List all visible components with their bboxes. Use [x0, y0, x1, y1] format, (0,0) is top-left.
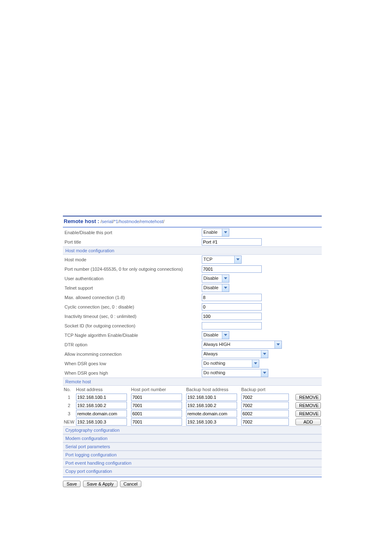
- bhost-input[interactable]: [186, 394, 237, 401]
- dsr-high-label: When DSR goes high: [65, 371, 202, 375]
- section-link-text[interactable]: Cryptography configuration: [65, 428, 120, 433]
- section-link-text[interactable]: Modem configuration: [65, 436, 108, 441]
- table-row: 2REMOVE: [63, 401, 322, 410]
- path-hostmode[interactable]: hostmode: [120, 219, 139, 224]
- host-input[interactable]: [76, 394, 127, 401]
- chevron-down-icon: [234, 256, 241, 263]
- new-row: NEW ADD: [63, 418, 322, 426]
- cyclic-input[interactable]: [202, 303, 262, 311]
- chevron-down-icon: [222, 275, 229, 282]
- path-1[interactable]: *1: [114, 219, 118, 224]
- chevron-down-icon: [274, 341, 281, 348]
- new-bhost-input[interactable]: [186, 418, 237, 426]
- max-conn-input[interactable]: [202, 294, 262, 301]
- port-input[interactable]: [131, 410, 182, 417]
- remove-button[interactable]: REMOVE: [295, 394, 321, 401]
- inactivity-input[interactable]: [202, 313, 262, 320]
- inactivity-label: Inactivity timeout (sec, 0 : unlimited): [65, 314, 202, 319]
- bport-input[interactable]: [241, 410, 289, 417]
- chevron-down-icon: [222, 284, 229, 292]
- table-row: 1REMOVE: [63, 393, 322, 401]
- th-bhost: Backup host address: [185, 386, 240, 393]
- row-no: 2: [63, 401, 75, 410]
- section-link-text[interactable]: Port logging configuration: [65, 452, 117, 457]
- bport-input[interactable]: [241, 394, 289, 401]
- section-link[interactable]: Serial port parameters: [63, 442, 322, 451]
- dsr-high-select[interactable]: Do nothing: [202, 369, 268, 377]
- bhost-input[interactable]: [186, 402, 237, 409]
- nagle-select[interactable]: Disable: [202, 331, 229, 339]
- section-link[interactable]: Modem configuration: [63, 434, 322, 442]
- breadcrumb: /serial/*1/hostmode/remotehost/: [101, 219, 164, 224]
- host-mode-label: Host mode: [65, 257, 202, 262]
- allow-incoming-label: Allow incomming connection: [65, 352, 202, 357]
- socketid-label: Socket ID (for outgoing connection): [65, 323, 202, 328]
- host-input[interactable]: [76, 402, 127, 409]
- dtr-select[interactable]: Always HIGH: [202, 341, 282, 349]
- path-serial[interactable]: serial: [102, 219, 113, 224]
- nagle-label: TCP Nagle algorithm Enable/Disable: [65, 333, 202, 338]
- section-link[interactable]: Port event handling configuration: [63, 459, 322, 467]
- chevron-down-icon: [252, 360, 259, 367]
- allow-incoming-select[interactable]: Always: [202, 350, 268, 358]
- port-title-label: Port title: [65, 240, 202, 244]
- section-link-text[interactable]: Copy port configuration: [65, 469, 112, 474]
- max-conn-label: Max. allowed connection (1-8): [65, 295, 202, 300]
- host-mode-select[interactable]: TCP: [202, 256, 242, 264]
- th-bport: Backup port: [240, 386, 291, 393]
- section-link-text[interactable]: Port event handling configuration: [65, 461, 131, 465]
- row-no: 1: [63, 393, 75, 401]
- bport-input[interactable]: [241, 402, 289, 409]
- new-label: NEW: [63, 418, 75, 426]
- remove-button[interactable]: REMOVE: [295, 410, 321, 417]
- chevron-down-icon: [261, 350, 268, 358]
- remote-host-table: No. Host address Host port number Backup…: [63, 386, 322, 426]
- chevron-down-icon: [261, 369, 268, 377]
- new-bport-input[interactable]: [241, 418, 289, 426]
- enable-port-select[interactable]: Enable: [202, 228, 229, 237]
- telnet-label: Telnet support: [65, 286, 202, 290]
- chevron-down-icon: [222, 229, 229, 236]
- port-number-input[interactable]: [202, 265, 262, 273]
- port-input[interactable]: [131, 394, 182, 401]
- enable-port-label: Enable/Disable this port: [65, 230, 202, 235]
- chevron-down-icon: [222, 332, 229, 339]
- page-title-line: Remote host : /serial/*1/hostmode/remote…: [63, 218, 322, 226]
- th-port: Host port number: [130, 386, 185, 393]
- new-host-input[interactable]: [76, 418, 127, 426]
- add-button[interactable]: ADD: [295, 419, 321, 425]
- new-port-input[interactable]: [131, 418, 182, 426]
- save-apply-button[interactable]: Save & Apply: [83, 481, 117, 487]
- dtr-label: DTR option: [65, 342, 202, 347]
- port-title-input[interactable]: [202, 238, 262, 246]
- port-number-label: Port number (1024-65535, 0 for only outg…: [65, 267, 202, 272]
- page-title: Remote host :: [64, 218, 99, 224]
- cancel-button[interactable]: Cancel: [120, 481, 141, 487]
- section-link[interactable]: Cryptography configuration: [63, 426, 322, 434]
- remove-button[interactable]: REMOVE: [295, 402, 321, 409]
- section-remote-host[interactable]: Remote host: [63, 378, 322, 386]
- section-link[interactable]: Copy port configuration: [63, 467, 322, 475]
- telnet-select[interactable]: Disable: [202, 284, 229, 292]
- th-host: Host address: [75, 386, 130, 393]
- user-auth-label: User authentication: [65, 276, 202, 281]
- save-button[interactable]: Save: [63, 481, 81, 487]
- user-auth-select[interactable]: Disable: [202, 274, 229, 283]
- cyclic-label: Cyclic connection (sec, 0 : disable): [65, 304, 202, 309]
- row-no: 3: [63, 410, 75, 418]
- dsr-low-label: When DSR goes low: [65, 361, 202, 366]
- section-host-mode-config[interactable]: Host mode configuration: [63, 246, 322, 255]
- socketid-input[interactable]: [202, 322, 262, 329]
- dsr-low-select[interactable]: Do nothing: [202, 359, 259, 368]
- port-input[interactable]: [131, 402, 182, 409]
- path-remotehost[interactable]: remotehost: [141, 219, 163, 224]
- section-link[interactable]: Port logging configuration: [63, 451, 322, 459]
- bhost-input[interactable]: [186, 410, 237, 417]
- section-link-text[interactable]: Serial port parameters: [65, 444, 110, 449]
- table-row: 3REMOVE: [63, 410, 322, 418]
- host-input[interactable]: [76, 410, 127, 417]
- th-no: No.: [63, 386, 75, 393]
